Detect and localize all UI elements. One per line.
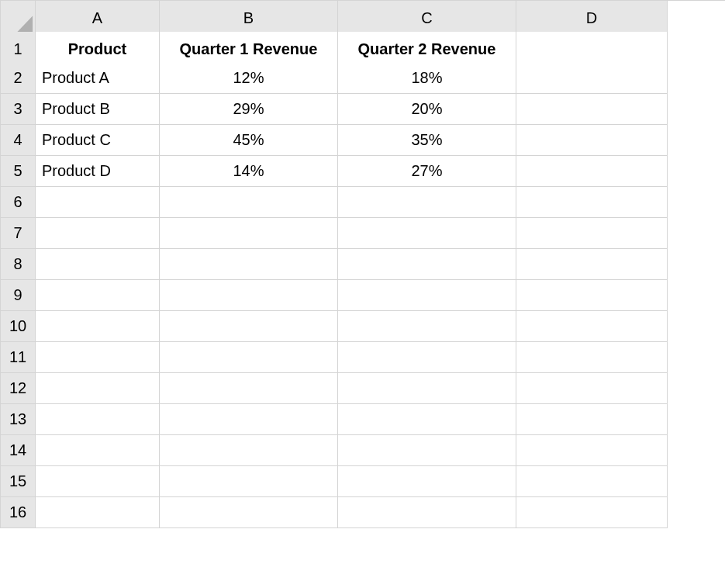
cell-c11[interactable] xyxy=(338,342,516,373)
cell-c2[interactable]: 18% xyxy=(338,63,516,94)
cell-d11[interactable] xyxy=(516,342,668,373)
cell-d6[interactable] xyxy=(516,187,668,218)
cell-a11[interactable] xyxy=(36,342,160,373)
cell-c13[interactable] xyxy=(338,404,516,435)
cell-c5[interactable]: 27% xyxy=(338,156,516,187)
cell-b12[interactable] xyxy=(160,373,338,404)
row-header-7[interactable]: 7 xyxy=(1,218,36,249)
cell-c10[interactable] xyxy=(338,311,516,342)
cell-b10[interactable] xyxy=(160,311,338,342)
cell-d3[interactable] xyxy=(516,94,668,125)
cell-c16[interactable] xyxy=(338,497,516,528)
cell-c14[interactable] xyxy=(338,435,516,466)
cell-b16[interactable] xyxy=(160,497,338,528)
row-header-3[interactable]: 3 xyxy=(1,94,36,125)
row-header-13[interactable]: 13 xyxy=(1,404,36,435)
cell-a9[interactable] xyxy=(36,280,160,311)
cell-c4[interactable]: 35% xyxy=(338,125,516,156)
cell-c15[interactable] xyxy=(338,466,516,497)
spreadsheet-grid[interactable]: A B C D 1 Product Quarter 1 Revenue Quar… xyxy=(0,0,725,528)
cell-d9[interactable] xyxy=(516,280,668,311)
cell-d7[interactable] xyxy=(516,218,668,249)
row-header-12[interactable]: 12 xyxy=(1,373,36,404)
cell-a16[interactable] xyxy=(36,497,160,528)
cell-d8[interactable] xyxy=(516,249,668,280)
cell-a4[interactable]: Product C xyxy=(36,125,160,156)
cell-c6[interactable] xyxy=(338,187,516,218)
cell-d4[interactable] xyxy=(516,125,668,156)
cell-b2[interactable]: 12% xyxy=(160,63,338,94)
cell-d15[interactable] xyxy=(516,466,668,497)
cell-b11[interactable] xyxy=(160,342,338,373)
row-header-15[interactable]: 15 xyxy=(1,466,36,497)
cell-a6[interactable] xyxy=(36,187,160,218)
cell-d14[interactable] xyxy=(516,435,668,466)
cell-d16[interactable] xyxy=(516,497,668,528)
cell-a12[interactable] xyxy=(36,373,160,404)
row-header-8[interactable]: 8 xyxy=(1,249,36,280)
svg-marker-0 xyxy=(16,16,33,33)
cell-b4[interactable]: 45% xyxy=(160,125,338,156)
cell-a14[interactable] xyxy=(36,435,160,466)
cell-a3[interactable]: Product B xyxy=(36,94,160,125)
cell-b3[interactable]: 29% xyxy=(160,94,338,125)
cell-d5[interactable] xyxy=(516,156,668,187)
cell-c3[interactable]: 20% xyxy=(338,94,516,125)
row-header-14[interactable]: 14 xyxy=(1,435,36,466)
row-header-5[interactable]: 5 xyxy=(1,156,36,187)
cell-b8[interactable] xyxy=(160,249,338,280)
cell-b6[interactable] xyxy=(160,187,338,218)
cell-d2[interactable] xyxy=(516,63,668,94)
cell-b9[interactable] xyxy=(160,280,338,311)
cell-b14[interactable] xyxy=(160,435,338,466)
row-header-10[interactable]: 10 xyxy=(1,311,36,342)
cell-c12[interactable] xyxy=(338,373,516,404)
cell-d13[interactable] xyxy=(516,404,668,435)
cell-c7[interactable] xyxy=(338,218,516,249)
cell-b13[interactable] xyxy=(160,404,338,435)
cell-b15[interactable] xyxy=(160,466,338,497)
cell-a2[interactable]: Product A xyxy=(36,63,160,94)
cell-a15[interactable] xyxy=(36,466,160,497)
row-header-6[interactable]: 6 xyxy=(1,187,36,218)
cell-d10[interactable] xyxy=(516,311,668,342)
cell-a7[interactable] xyxy=(36,218,160,249)
row-header-4[interactable]: 4 xyxy=(1,125,36,156)
cell-a8[interactable] xyxy=(36,249,160,280)
cell-a13[interactable] xyxy=(36,404,160,435)
cell-b7[interactable] xyxy=(160,218,338,249)
row-header-2[interactable]: 2 xyxy=(1,63,36,94)
cell-c8[interactable] xyxy=(338,249,516,280)
cell-b5[interactable]: 14% xyxy=(160,156,338,187)
cell-a10[interactable] xyxy=(36,311,160,342)
row-header-16[interactable]: 16 xyxy=(1,497,36,528)
cell-d12[interactable] xyxy=(516,373,668,404)
row-header-9[interactable]: 9 xyxy=(1,280,36,311)
row-header-11[interactable]: 11 xyxy=(1,342,36,373)
cell-c9[interactable] xyxy=(338,280,516,311)
cell-a5[interactable]: Product D xyxy=(36,156,160,187)
